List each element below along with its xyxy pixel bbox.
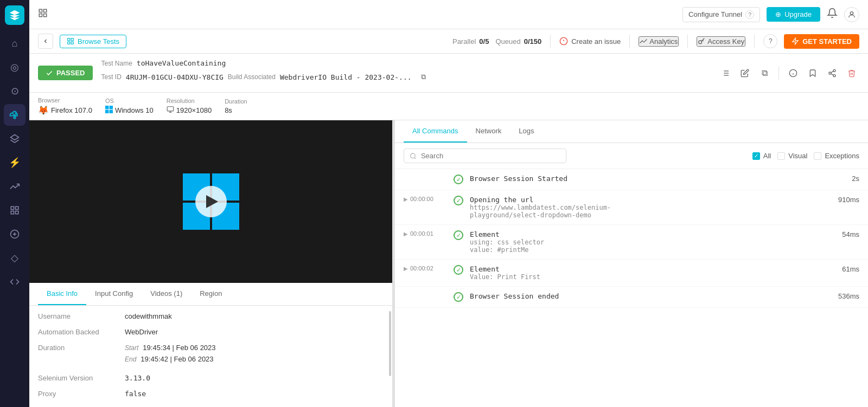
cmd-play-icon-2: ▶ (404, 231, 408, 237)
end-value: 19:45:42 | Feb 06 2023 (141, 355, 213, 363)
copy-build-button[interactable]: ⧉ (416, 69, 431, 85)
tab-videos[interactable]: Videos (1) (142, 283, 191, 305)
help-button[interactable]: ? (763, 34, 777, 48)
sidebar-item-home[interactable]: ⌂ (4, 33, 25, 54)
duration-label: Duration (225, 98, 247, 105)
tab-logs[interactable]: Logs (510, 120, 542, 143)
cmd-status-4: ✓ (454, 292, 463, 302)
filter-all[interactable]: ✓ All (752, 152, 771, 160)
svg-rect-38 (105, 106, 108, 109)
svg-point-14 (850, 11, 853, 14)
divider (550, 35, 551, 48)
sidebar-item-code[interactable] (4, 271, 25, 293)
topbar-left-icons (38, 8, 48, 21)
commands-list: ✓ Browser Session Started 2s ▶ 00:00:00 (395, 169, 868, 407)
cmd-timestamp-1: 00:00:00 (410, 196, 433, 202)
nav-row: Browse Tests Parallel 0/5 Queued 0/150 C… (29, 29, 868, 54)
create-issue-button[interactable]: Create an issue (559, 37, 621, 46)
sidebar-item-chart[interactable] (4, 176, 25, 197)
notifications-icon[interactable] (827, 8, 838, 21)
user-avatar[interactable] (844, 7, 859, 22)
video-player[interactable] (29, 120, 392, 283)
left-panel: Basic Info Input Config Videos (1) Regio… (29, 120, 393, 407)
right-panel: All Commands Network Logs ✓ All (395, 120, 868, 407)
bookmark-button[interactable] (805, 66, 820, 81)
selenium-label: Selenium Version (38, 374, 125, 382)
sidebar-item-layers[interactable] (4, 128, 25, 150)
cmd-time-1: ▶ 00:00:00 (404, 196, 447, 202)
configure-tunnel-label: Configure Tunnel (688, 10, 742, 18)
windows-icon (105, 106, 113, 115)
upgrade-button[interactable]: ⊕ Upgrade (767, 7, 820, 22)
cmd-status-3: ✓ (454, 265, 463, 275)
copy-button[interactable]: ⧉ (757, 66, 772, 81)
divider2 (629, 35, 630, 48)
svg-point-35 (833, 74, 835, 76)
search-input[interactable] (421, 152, 560, 160)
scrollbar[interactable] (388, 306, 392, 407)
tab-all-commands[interactable]: All Commands (404, 120, 467, 143)
sidebar-item-stack[interactable] (4, 199, 25, 221)
commands-tabs: All Commands Network Logs (395, 120, 868, 143)
sidebar-item-automation[interactable] (4, 104, 25, 126)
svg-rect-15 (68, 38, 70, 41)
cmd-sub-1: https://www.lambdatest.com/selenium-play… (470, 204, 809, 219)
sidebar-item-dashboard[interactable]: ◎ (4, 56, 25, 78)
cmd-sub-3: Value: Print First (470, 273, 809, 281)
back-button[interactable] (38, 34, 53, 49)
tab-region[interactable]: Region (191, 283, 231, 305)
sidebar-item-add[interactable] (4, 223, 25, 245)
cmd-status-2: ✓ (454, 230, 463, 240)
analytics-button[interactable]: Analytics (639, 36, 679, 47)
queued-value: 0/150 (524, 37, 542, 46)
username-value: codewithmmak (125, 312, 172, 320)
grid-icon[interactable] (38, 8, 48, 21)
tab-network[interactable]: Network (467, 120, 510, 143)
command-row[interactable]: ▶ 00:00:02 ✓ Element Value: Print First … (395, 260, 868, 287)
start-row: Start 19:45:34 | Feb 06 2023 (125, 344, 216, 352)
svg-line-36 (831, 74, 834, 75)
os-label: OS (105, 98, 154, 104)
filter-visual[interactable]: Visual (777, 152, 807, 160)
browse-tests-button[interactable]: Browse Tests (60, 35, 126, 48)
info-button[interactable] (786, 66, 801, 81)
search-box[interactable] (404, 148, 566, 163)
configure-tunnel-button[interactable]: Configure Tunnel ? (682, 7, 760, 22)
search-icon (410, 152, 417, 160)
svg-point-34 (829, 72, 831, 74)
sidebar-item-monitor[interactable]: ⊙ (4, 80, 25, 102)
browser-info-item: Browser 🦊 Firefox 107.0 (38, 97, 92, 115)
filter-exceptions[interactable]: Exceptions (814, 152, 859, 160)
list-icon-button[interactable] (718, 66, 733, 81)
divider4 (754, 35, 755, 48)
cmd-duration-0: 2s (816, 175, 859, 183)
start-value: 19:45:34 | Feb 06 2023 (143, 344, 215, 352)
share-button[interactable] (825, 66, 840, 81)
tab-input-config[interactable]: Input Config (86, 283, 142, 305)
svg-line-46 (414, 157, 416, 158)
main-content: Configure Tunnel ? ⊕ Upgrade Browse Test… (29, 0, 868, 407)
tab-basic-info[interactable]: Basic Info (38, 283, 86, 305)
cmd-timestamp-2: 00:00:01 (410, 230, 433, 237)
cmd-time-2: ▶ 00:00:01 (404, 230, 447, 237)
duration-info-item: Duration 8s (225, 98, 247, 114)
cmd-info-1: Opening the url https://www.lambdatest.c… (470, 196, 809, 219)
filter-group: ✓ All Visual Exceptions (752, 152, 859, 160)
edit-button[interactable] (737, 66, 752, 81)
command-row[interactable]: ▶ 00:00:00 ✓ Opening the url https://www… (395, 190, 868, 225)
cmd-duration-2: 54ms (816, 230, 859, 238)
cmd-status-0: ✓ (454, 175, 463, 184)
firefox-icon: 🦊 (38, 105, 49, 115)
sidebar-item-shapes[interactable]: ◇ (4, 247, 25, 269)
browser-label: Browser (38, 97, 92, 104)
logo[interactable] (5, 5, 24, 25)
sidebar-item-bolt[interactable]: ⚡ (4, 152, 25, 173)
help-question-icon: ? (745, 10, 754, 19)
svg-rect-18 (71, 42, 73, 44)
duration-values: Start 19:45:34 | Feb 06 2023 End 19:45:4… (125, 344, 216, 366)
play-button[interactable] (195, 186, 227, 217)
command-row[interactable]: ▶ 00:00:01 ✓ Element using: css selector… (395, 225, 868, 260)
delete-button[interactable] (844, 66, 859, 81)
access-key-button[interactable]: Access Key (697, 36, 745, 47)
get-started-button[interactable]: GET STARTED (784, 34, 859, 49)
